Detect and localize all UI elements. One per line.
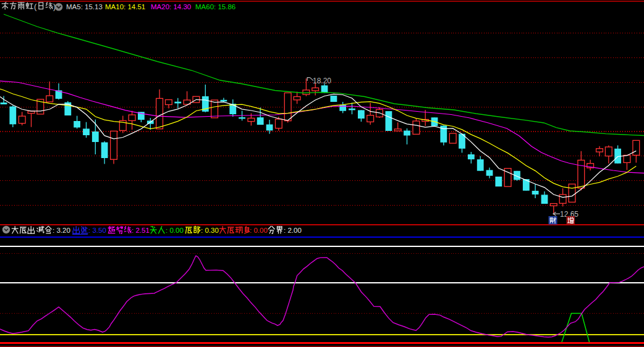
svg-text:(: ( xyxy=(34,2,37,11)
svg-text:18.20: 18.20 xyxy=(313,77,331,85)
svg-text:: 0.00: : 0.00 xyxy=(166,227,184,234)
svg-text:MA5: 15.13: MA5: 15.13 xyxy=(66,3,103,10)
svg-text:MA60: 15.86: MA60: 15.86 xyxy=(195,3,235,10)
svg-text:: 3.20: : 3.20 xyxy=(53,227,70,234)
svg-text:MA20: 14.30: MA20: 14.30 xyxy=(151,3,191,10)
svg-text:: 3.50: : 3.50 xyxy=(88,227,106,234)
svg-text:: 0.30: : 0.30 xyxy=(201,227,219,234)
svg-text:: 2.00: : 2.00 xyxy=(284,227,302,234)
svg-text:: 2.51: : 2.51 xyxy=(132,227,150,234)
svg-text:MA10: 14.51: MA10: 14.51 xyxy=(105,3,145,10)
svg-text:: 0.00: : 0.00 xyxy=(250,227,268,234)
